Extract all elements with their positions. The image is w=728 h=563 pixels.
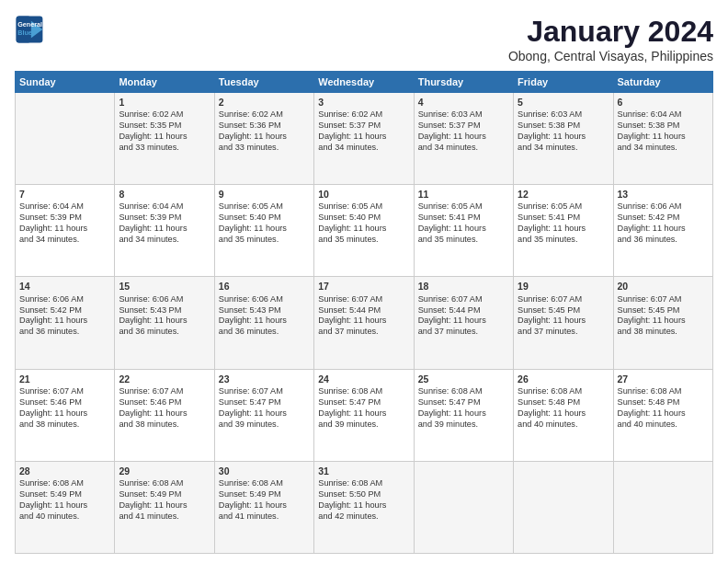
day-number: 21 (19, 373, 110, 385)
header-cell-monday: Monday (115, 72, 214, 93)
logo-icon: General Blue (15, 15, 44, 44)
week-row-2: 7Sunrise: 6:04 AM Sunset: 5:39 PM Daylig… (16, 185, 713, 277)
day-number: 20 (618, 280, 709, 293)
header: General Blue January 2024 Obong, Central… (15, 15, 713, 63)
day-number: 2 (219, 96, 310, 109)
day-content: Sunrise: 6:08 AM Sunset: 5:47 PM Dayligh… (418, 386, 509, 431)
day-number: 17 (318, 280, 409, 293)
calendar-cell: 29Sunrise: 6:08 AM Sunset: 5:49 PM Dayli… (115, 461, 214, 553)
day-content: Sunrise: 6:07 AM Sunset: 5:44 PM Dayligh… (318, 294, 409, 339)
day-content: Sunrise: 6:08 AM Sunset: 5:49 PM Dayligh… (119, 478, 210, 523)
calendar-cell (16, 93, 115, 185)
day-number: 7 (19, 188, 110, 201)
day-number: 24 (318, 373, 409, 385)
day-content: Sunrise: 6:08 AM Sunset: 5:50 PM Dayligh… (318, 478, 409, 523)
calendar-cell: 15Sunrise: 6:06 AM Sunset: 5:43 PM Dayli… (115, 277, 214, 369)
day-content: Sunrise: 6:08 AM Sunset: 5:49 PM Dayligh… (19, 478, 110, 523)
header-cell-sunday: Sunday (16, 72, 115, 93)
day-number: 9 (219, 188, 310, 201)
header-cell-tuesday: Tuesday (214, 72, 313, 93)
calendar-cell: 6Sunrise: 6:04 AM Sunset: 5:38 PM Daylig… (613, 93, 712, 185)
day-number: 22 (119, 373, 210, 385)
calendar-cell (414, 461, 513, 553)
calendar-cell: 5Sunrise: 6:03 AM Sunset: 5:38 PM Daylig… (514, 93, 613, 185)
day-content: Sunrise: 6:07 AM Sunset: 5:46 PM Dayligh… (19, 386, 110, 431)
header-cell-thursday: Thursday (414, 72, 513, 93)
day-number: 1 (119, 96, 210, 109)
header-row: SundayMondayTuesdayWednesdayThursdayFrid… (16, 72, 713, 93)
calendar-cell: 4Sunrise: 6:03 AM Sunset: 5:37 PM Daylig… (414, 93, 513, 185)
day-content: Sunrise: 6:07 AM Sunset: 5:45 PM Dayligh… (618, 294, 709, 339)
calendar-cell: 22Sunrise: 6:07 AM Sunset: 5:46 PM Dayli… (115, 369, 214, 461)
day-number: 3 (318, 96, 409, 109)
week-row-5: 28Sunrise: 6:08 AM Sunset: 5:49 PM Dayli… (16, 461, 713, 553)
week-row-3: 14Sunrise: 6:06 AM Sunset: 5:42 PM Dayli… (16, 277, 713, 369)
calendar-cell: 23Sunrise: 6:07 AM Sunset: 5:47 PM Dayli… (214, 369, 313, 461)
day-content: Sunrise: 6:08 AM Sunset: 5:49 PM Dayligh… (219, 478, 310, 523)
calendar-cell: 20Sunrise: 6:07 AM Sunset: 5:45 PM Dayli… (613, 277, 712, 369)
page: General Blue January 2024 Obong, Central… (0, 0, 728, 563)
day-content: Sunrise: 6:07 AM Sunset: 5:44 PM Dayligh… (418, 294, 509, 339)
day-content: Sunrise: 6:07 AM Sunset: 5:47 PM Dayligh… (219, 386, 310, 431)
day-number: 12 (518, 188, 609, 201)
calendar-cell: 10Sunrise: 6:05 AM Sunset: 5:40 PM Dayli… (314, 185, 414, 277)
day-number: 28 (19, 465, 110, 477)
calendar-cell: 18Sunrise: 6:07 AM Sunset: 5:44 PM Dayli… (414, 277, 513, 369)
svg-text:General: General (17, 20, 42, 29)
day-number: 23 (219, 373, 310, 385)
day-number: 29 (119, 465, 210, 477)
day-content: Sunrise: 6:05 AM Sunset: 5:41 PM Dayligh… (418, 201, 509, 246)
day-number: 15 (119, 280, 210, 293)
calendar-cell: 24Sunrise: 6:08 AM Sunset: 5:47 PM Dayli… (314, 369, 414, 461)
calendar-cell: 21Sunrise: 6:07 AM Sunset: 5:46 PM Dayli… (16, 369, 115, 461)
day-content: Sunrise: 6:07 AM Sunset: 5:46 PM Dayligh… (119, 386, 210, 431)
calendar-cell: 27Sunrise: 6:08 AM Sunset: 5:48 PM Dayli… (613, 369, 712, 461)
day-content: Sunrise: 6:05 AM Sunset: 5:40 PM Dayligh… (318, 201, 409, 246)
day-content: Sunrise: 6:06 AM Sunset: 5:42 PM Dayligh… (19, 294, 110, 339)
calendar-subtitle: Obong, Central Visayas, Philippines (508, 49, 713, 63)
day-content: Sunrise: 6:05 AM Sunset: 5:41 PM Dayligh… (518, 201, 609, 246)
day-number: 26 (518, 373, 609, 385)
day-content: Sunrise: 6:03 AM Sunset: 5:38 PM Dayligh… (518, 109, 609, 154)
day-number: 27 (618, 373, 709, 385)
day-number: 4 (418, 96, 509, 109)
day-content: Sunrise: 6:02 AM Sunset: 5:37 PM Dayligh… (318, 109, 409, 154)
header-cell-saturday: Saturday (613, 72, 712, 93)
calendar-cell: 31Sunrise: 6:08 AM Sunset: 5:50 PM Dayli… (314, 461, 414, 553)
day-number: 8 (119, 188, 210, 201)
calendar-cell: 2Sunrise: 6:02 AM Sunset: 5:36 PM Daylig… (214, 93, 313, 185)
week-row-1: 1Sunrise: 6:02 AM Sunset: 5:35 PM Daylig… (16, 93, 713, 185)
day-number: 31 (318, 465, 409, 477)
day-content: Sunrise: 6:02 AM Sunset: 5:36 PM Dayligh… (219, 109, 310, 154)
day-number: 25 (418, 373, 509, 385)
calendar-cell: 1Sunrise: 6:02 AM Sunset: 5:35 PM Daylig… (115, 93, 214, 185)
calendar-cell: 7Sunrise: 6:04 AM Sunset: 5:39 PM Daylig… (16, 185, 115, 277)
day-number: 11 (418, 188, 509, 201)
calendar-cell: 9Sunrise: 6:05 AM Sunset: 5:40 PM Daylig… (214, 185, 313, 277)
day-content: Sunrise: 6:04 AM Sunset: 5:38 PM Dayligh… (618, 109, 709, 154)
day-number: 16 (219, 280, 310, 293)
logo: General Blue (15, 15, 44, 44)
calendar-cell: 30Sunrise: 6:08 AM Sunset: 5:49 PM Dayli… (214, 461, 313, 553)
calendar-cell: 16Sunrise: 6:06 AM Sunset: 5:43 PM Dayli… (214, 277, 313, 369)
day-content: Sunrise: 6:08 AM Sunset: 5:47 PM Dayligh… (318, 386, 409, 431)
day-content: Sunrise: 6:03 AM Sunset: 5:37 PM Dayligh… (418, 109, 509, 154)
day-number: 5 (518, 96, 609, 109)
day-content: Sunrise: 6:08 AM Sunset: 5:48 PM Dayligh… (618, 386, 709, 431)
calendar-cell: 28Sunrise: 6:08 AM Sunset: 5:49 PM Dayli… (16, 461, 115, 553)
svg-text:Blue: Blue (17, 29, 32, 37)
calendar-cell: 25Sunrise: 6:08 AM Sunset: 5:47 PM Dayli… (414, 369, 513, 461)
calendar-cell (613, 461, 712, 553)
calendar-cell: 14Sunrise: 6:06 AM Sunset: 5:42 PM Dayli… (16, 277, 115, 369)
calendar-cell: 19Sunrise: 6:07 AM Sunset: 5:45 PM Dayli… (514, 277, 613, 369)
day-number: 18 (418, 280, 509, 293)
day-content: Sunrise: 6:06 AM Sunset: 5:43 PM Dayligh… (219, 294, 310, 339)
calendar-cell: 3Sunrise: 6:02 AM Sunset: 5:37 PM Daylig… (314, 93, 414, 185)
day-content: Sunrise: 6:02 AM Sunset: 5:35 PM Dayligh… (119, 109, 210, 154)
day-content: Sunrise: 6:06 AM Sunset: 5:42 PM Dayligh… (618, 201, 709, 246)
day-content: Sunrise: 6:07 AM Sunset: 5:45 PM Dayligh… (518, 294, 609, 339)
day-number: 30 (219, 465, 310, 477)
week-row-4: 21Sunrise: 6:07 AM Sunset: 5:46 PM Dayli… (16, 369, 713, 461)
day-number: 19 (518, 280, 609, 293)
calendar-cell: 13Sunrise: 6:06 AM Sunset: 5:42 PM Dayli… (613, 185, 712, 277)
